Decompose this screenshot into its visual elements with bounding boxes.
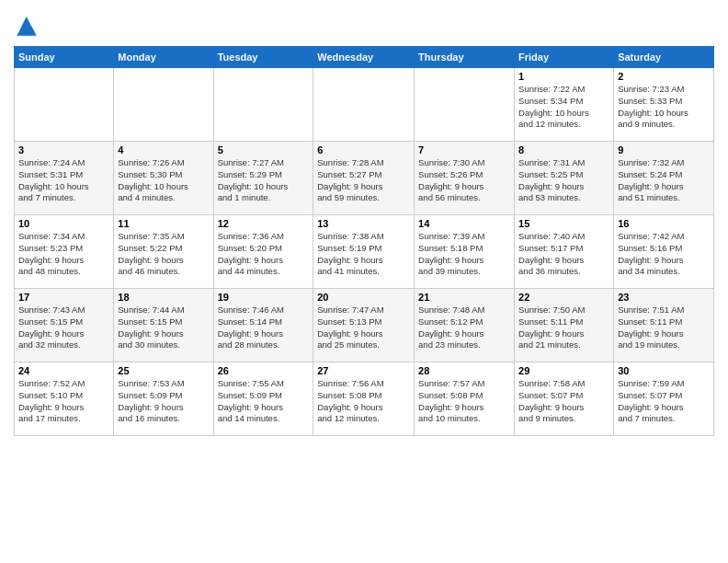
day-cell: 22Sunrise: 7:50 AMSunset: 5:11 PMDayligh… xyxy=(515,289,614,362)
logo-icon xyxy=(14,13,40,39)
day-number: 20 xyxy=(317,292,410,303)
day-number: 29 xyxy=(518,365,609,376)
day-info: Sunrise: 7:59 AMSunset: 5:07 PMDaylight:… xyxy=(618,378,710,425)
weekday-header-row: SundayMondayTuesdayWednesdayThursdayFrid… xyxy=(15,47,714,68)
day-cell: 2Sunrise: 7:23 AMSunset: 5:33 PMDaylight… xyxy=(614,68,714,142)
weekday-friday: Friday xyxy=(515,47,614,68)
day-info: Sunrise: 7:55 AMSunset: 5:09 PMDaylight:… xyxy=(218,378,310,425)
day-number: 24 xyxy=(18,365,109,376)
day-info: Sunrise: 7:28 AMSunset: 5:27 PMDaylight:… xyxy=(317,157,410,204)
day-info: Sunrise: 7:57 AMSunset: 5:08 PMDaylight:… xyxy=(418,378,510,425)
weekday-thursday: Thursday xyxy=(415,47,515,68)
day-info: Sunrise: 7:38 AMSunset: 5:19 PMDaylight:… xyxy=(317,231,410,278)
calendar-table: SundayMondayTuesdayWednesdayThursdayFrid… xyxy=(14,46,714,436)
week-row-4: 24Sunrise: 7:52 AMSunset: 5:10 PMDayligh… xyxy=(15,362,714,436)
day-number: 4 xyxy=(118,144,209,155)
day-info: Sunrise: 7:48 AMSunset: 5:12 PMDaylight:… xyxy=(418,304,510,351)
weekday-sunday: Sunday xyxy=(15,47,114,68)
day-number: 21 xyxy=(418,292,510,303)
week-row-0: 1Sunrise: 7:22 AMSunset: 5:34 PMDaylight… xyxy=(15,68,714,142)
day-number: 28 xyxy=(418,365,510,376)
day-number: 10 xyxy=(18,218,109,229)
day-info: Sunrise: 7:43 AMSunset: 5:15 PMDaylight:… xyxy=(18,304,109,351)
svg-marker-0 xyxy=(17,16,37,36)
day-cell: 13Sunrise: 7:38 AMSunset: 5:19 PMDayligh… xyxy=(313,215,415,289)
day-info: Sunrise: 7:40 AMSunset: 5:17 PMDaylight:… xyxy=(518,231,609,278)
day-info: Sunrise: 7:42 AMSunset: 5:16 PMDaylight:… xyxy=(618,231,710,278)
day-cell: 24Sunrise: 7:52 AMSunset: 5:10 PMDayligh… xyxy=(15,362,114,436)
calendar-header: SundayMondayTuesdayWednesdayThursdayFrid… xyxy=(15,47,714,68)
weekday-tuesday: Tuesday xyxy=(213,47,313,68)
week-row-1: 3Sunrise: 7:24 AMSunset: 5:31 PMDaylight… xyxy=(15,142,714,215)
day-cell: 17Sunrise: 7:43 AMSunset: 5:15 PMDayligh… xyxy=(15,289,114,362)
day-number: 14 xyxy=(418,218,510,229)
day-cell: 6Sunrise: 7:28 AMSunset: 5:27 PMDaylight… xyxy=(313,142,415,215)
day-cell: 19Sunrise: 7:46 AMSunset: 5:14 PMDayligh… xyxy=(213,289,313,362)
day-cell: 28Sunrise: 7:57 AMSunset: 5:08 PMDayligh… xyxy=(415,362,515,436)
day-cell: 4Sunrise: 7:26 AMSunset: 5:30 PMDaylight… xyxy=(114,142,213,215)
day-number: 12 xyxy=(218,218,310,229)
day-cell: 11Sunrise: 7:35 AMSunset: 5:22 PMDayligh… xyxy=(114,215,213,289)
day-cell: 26Sunrise: 7:55 AMSunset: 5:09 PMDayligh… xyxy=(213,362,313,436)
day-number: 25 xyxy=(118,365,209,376)
logo xyxy=(14,13,43,39)
week-row-2: 10Sunrise: 7:34 AMSunset: 5:23 PMDayligh… xyxy=(15,215,714,289)
day-info: Sunrise: 7:56 AMSunset: 5:08 PMDaylight:… xyxy=(317,378,410,425)
day-cell: 16Sunrise: 7:42 AMSunset: 5:16 PMDayligh… xyxy=(614,215,714,289)
day-cell: 5Sunrise: 7:27 AMSunset: 5:29 PMDaylight… xyxy=(213,142,313,215)
day-cell: 3Sunrise: 7:24 AMSunset: 5:31 PMDaylight… xyxy=(15,142,114,215)
day-cell xyxy=(114,68,213,142)
weekday-wednesday: Wednesday xyxy=(313,47,415,68)
day-number: 3 xyxy=(18,144,109,155)
day-cell: 10Sunrise: 7:34 AMSunset: 5:23 PMDayligh… xyxy=(15,215,114,289)
day-number: 8 xyxy=(518,144,609,155)
day-number: 7 xyxy=(418,144,510,155)
day-number: 11 xyxy=(118,218,209,229)
day-info: Sunrise: 7:32 AMSunset: 5:24 PMDaylight:… xyxy=(618,157,710,204)
day-number: 1 xyxy=(518,71,609,82)
day-cell: 18Sunrise: 7:44 AMSunset: 5:15 PMDayligh… xyxy=(114,289,213,362)
day-number: 18 xyxy=(118,292,209,303)
day-cell: 25Sunrise: 7:53 AMSunset: 5:09 PMDayligh… xyxy=(114,362,213,436)
day-info: Sunrise: 7:30 AMSunset: 5:26 PMDaylight:… xyxy=(418,157,510,204)
calendar-body: 1Sunrise: 7:22 AMSunset: 5:34 PMDaylight… xyxy=(15,68,714,436)
page: SundayMondayTuesdayWednesdayThursdayFrid… xyxy=(0,0,728,563)
day-info: Sunrise: 7:53 AMSunset: 5:09 PMDaylight:… xyxy=(118,378,209,425)
day-cell: 30Sunrise: 7:59 AMSunset: 5:07 PMDayligh… xyxy=(614,362,714,436)
day-number: 26 xyxy=(218,365,310,376)
day-info: Sunrise: 7:27 AMSunset: 5:29 PMDaylight:… xyxy=(218,157,310,204)
day-info: Sunrise: 7:26 AMSunset: 5:30 PMDaylight:… xyxy=(118,157,209,204)
day-cell: 23Sunrise: 7:51 AMSunset: 5:11 PMDayligh… xyxy=(614,289,714,362)
day-cell: 14Sunrise: 7:39 AMSunset: 5:18 PMDayligh… xyxy=(415,215,515,289)
day-number: 6 xyxy=(317,144,410,155)
day-number: 5 xyxy=(218,144,310,155)
day-cell: 12Sunrise: 7:36 AMSunset: 5:20 PMDayligh… xyxy=(213,215,313,289)
day-info: Sunrise: 7:44 AMSunset: 5:15 PMDaylight:… xyxy=(118,304,209,351)
day-cell: 15Sunrise: 7:40 AMSunset: 5:17 PMDayligh… xyxy=(515,215,614,289)
day-cell: 21Sunrise: 7:48 AMSunset: 5:12 PMDayligh… xyxy=(415,289,515,362)
day-cell xyxy=(15,68,114,142)
day-cell: 7Sunrise: 7:30 AMSunset: 5:26 PMDaylight… xyxy=(415,142,515,215)
day-cell: 8Sunrise: 7:31 AMSunset: 5:25 PMDaylight… xyxy=(515,142,614,215)
day-number: 27 xyxy=(317,365,410,376)
day-number: 22 xyxy=(518,292,609,303)
day-info: Sunrise: 7:36 AMSunset: 5:20 PMDaylight:… xyxy=(218,231,310,278)
day-cell: 20Sunrise: 7:47 AMSunset: 5:13 PMDayligh… xyxy=(313,289,415,362)
day-cell: 29Sunrise: 7:58 AMSunset: 5:07 PMDayligh… xyxy=(515,362,614,436)
day-info: Sunrise: 7:58 AMSunset: 5:07 PMDaylight:… xyxy=(518,378,609,425)
day-cell xyxy=(313,68,415,142)
day-number: 13 xyxy=(317,218,410,229)
day-cell: 1Sunrise: 7:22 AMSunset: 5:34 PMDaylight… xyxy=(515,68,614,142)
day-info: Sunrise: 7:23 AMSunset: 5:33 PMDaylight:… xyxy=(618,84,710,131)
day-info: Sunrise: 7:22 AMSunset: 5:34 PMDaylight:… xyxy=(518,84,609,131)
week-row-3: 17Sunrise: 7:43 AMSunset: 5:15 PMDayligh… xyxy=(15,289,714,362)
weekday-monday: Monday xyxy=(114,47,213,68)
day-cell xyxy=(415,68,515,142)
day-info: Sunrise: 7:47 AMSunset: 5:13 PMDaylight:… xyxy=(317,304,410,351)
day-number: 15 xyxy=(518,218,609,229)
day-info: Sunrise: 7:24 AMSunset: 5:31 PMDaylight:… xyxy=(18,157,109,204)
day-info: Sunrise: 7:34 AMSunset: 5:23 PMDaylight:… xyxy=(18,231,109,278)
day-info: Sunrise: 7:52 AMSunset: 5:10 PMDaylight:… xyxy=(18,378,109,425)
day-info: Sunrise: 7:50 AMSunset: 5:11 PMDaylight:… xyxy=(518,304,609,351)
day-number: 16 xyxy=(618,218,710,229)
